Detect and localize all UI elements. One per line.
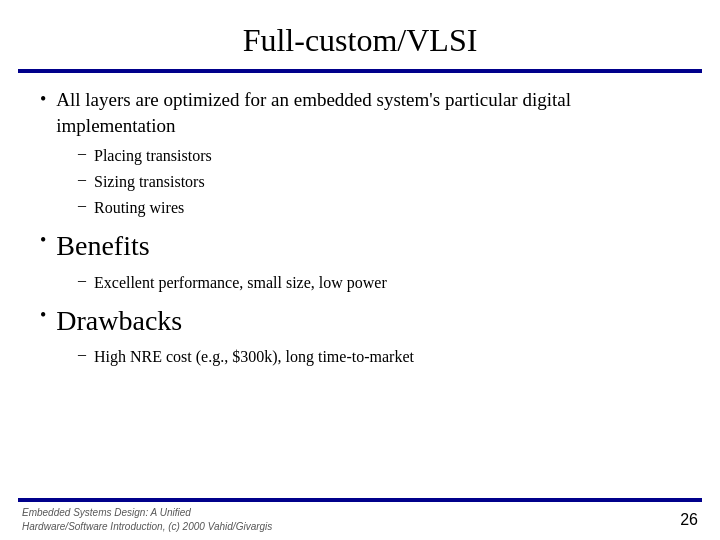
sub-bullet-2: – Sizing transistors [78, 170, 680, 194]
sub-dash-3: – [78, 196, 86, 214]
bullet-2-dot: • [40, 230, 46, 251]
sub-text-2: Sizing transistors [94, 170, 205, 194]
benefits-sub-list: – Excellent performance, small size, low… [78, 271, 680, 295]
sub-dash-2: – [78, 170, 86, 188]
drawbacks-dash-1: – [78, 345, 86, 363]
benefits-text-1: Excellent performance, small size, low p… [94, 271, 387, 295]
sub-bullet-3: – Routing wires [78, 196, 680, 220]
bullet-3: • Drawbacks [40, 303, 680, 339]
sub-bullets-list: – Placing transistors – Sizing transisto… [78, 144, 680, 220]
slide: Full-custom/VLSI • All layers are optimi… [0, 0, 720, 540]
sub-text-3: Routing wires [94, 196, 184, 220]
bullet-3-dot: • [40, 305, 46, 326]
bullet-1-text: All layers are optimized for an embedded… [56, 87, 680, 138]
drawbacks-sub-1: – High NRE cost (e.g., $300k), long time… [78, 345, 680, 369]
footer-line2: Hardware/Software Introduction, (c) 2000… [22, 520, 272, 534]
sub-text-1: Placing transistors [94, 144, 212, 168]
slide-title: Full-custom/VLSI [40, 22, 680, 59]
sub-bullet-1: – Placing transistors [78, 144, 680, 168]
content-area: • All layers are optimized for an embedd… [0, 73, 720, 494]
drawbacks-sub-list: – High NRE cost (e.g., $300k), long time… [78, 345, 680, 369]
bullet-2-heading: Benefits [56, 228, 149, 264]
sub-dash-1: – [78, 144, 86, 162]
footer-citation: Embedded Systems Design: A Unified Hardw… [22, 506, 272, 534]
bullet-1: • All layers are optimized for an embedd… [40, 87, 680, 138]
drawbacks-text-1: High NRE cost (e.g., $300k), long time-t… [94, 345, 414, 369]
benefits-dash-1: – [78, 271, 86, 289]
footer-line1: Embedded Systems Design: A Unified [22, 506, 272, 520]
page-number: 26 [680, 511, 698, 529]
bullet-2: • Benefits [40, 228, 680, 264]
footer: Embedded Systems Design: A Unified Hardw… [0, 502, 720, 540]
title-area: Full-custom/VLSI [0, 0, 720, 69]
benefits-sub-1: – Excellent performance, small size, low… [78, 271, 680, 295]
bullet-3-heading: Drawbacks [56, 303, 182, 339]
bullet-1-dot: • [40, 89, 46, 110]
